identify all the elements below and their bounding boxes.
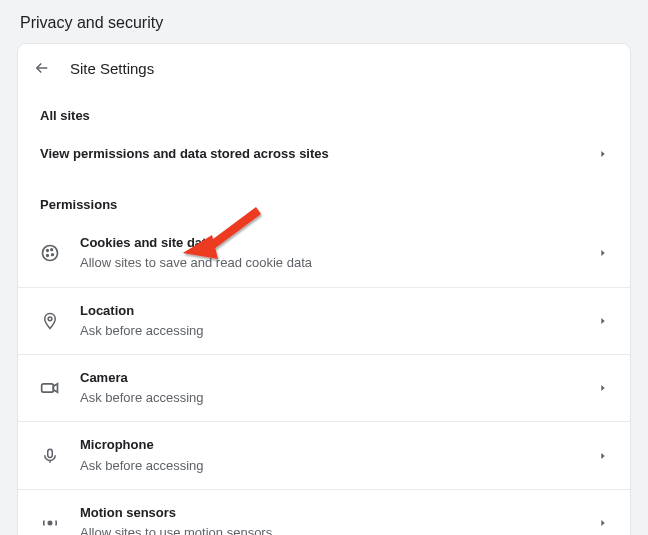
chevron-right-icon (598, 383, 608, 393)
location-icon (40, 311, 60, 331)
camera-icon (40, 378, 60, 398)
card-header: Site Settings (18, 44, 630, 92)
svg-point-8 (48, 521, 51, 524)
permission-title: Cookies and site data (80, 234, 598, 252)
permission-row-location[interactable]: Location Ask before accessing (18, 287, 630, 354)
permission-title: Location (80, 302, 598, 320)
arrow-left-icon (33, 59, 51, 77)
card-subtitle: Site Settings (70, 60, 154, 77)
section-permissions-label: Permissions (18, 177, 630, 220)
chevron-right-icon (598, 316, 608, 326)
chevron-right-icon (598, 248, 608, 258)
permission-row-cookies[interactable]: Cookies and site data Allow sites to sav… (18, 220, 630, 286)
svg-point-0 (43, 246, 58, 261)
permission-title: Camera (80, 369, 598, 387)
cookie-icon (40, 243, 60, 263)
permission-subtitle: Ask before accessing (80, 457, 598, 475)
svg-point-3 (52, 254, 54, 256)
chevron-right-icon (598, 451, 608, 461)
svg-point-4 (47, 255, 49, 257)
permission-subtitle: Ask before accessing (80, 389, 598, 407)
svg-point-1 (47, 250, 49, 252)
chevron-right-icon (598, 149, 608, 159)
permission-row-motion[interactable]: Motion sensors Allow sites to use motion… (18, 489, 630, 535)
svg-rect-6 (42, 384, 54, 392)
svg-point-5 (48, 317, 52, 321)
chevron-right-icon (598, 518, 608, 528)
view-permissions-row[interactable]: View permissions and data stored across … (18, 131, 630, 177)
permission-title: Motion sensors (80, 504, 598, 522)
svg-point-2 (51, 249, 53, 251)
view-permissions-label: View permissions and data stored across … (40, 145, 598, 163)
permission-title: Microphone (80, 436, 598, 454)
settings-card: Site Settings All sites View permissions… (18, 44, 630, 535)
microphone-icon (40, 446, 60, 466)
back-button[interactable] (32, 58, 52, 78)
motion-icon (40, 513, 60, 533)
svg-rect-7 (48, 449, 53, 457)
permission-subtitle: Ask before accessing (80, 322, 598, 340)
permission-subtitle: Allow sites to use motion sensors (80, 524, 598, 535)
permission-row-microphone[interactable]: Microphone Ask before accessing (18, 421, 630, 488)
permission-subtitle: Allow sites to save and read cookie data (80, 254, 598, 272)
section-all-sites-label: All sites (18, 92, 630, 131)
permission-row-camera[interactable]: Camera Ask before accessing (18, 354, 630, 421)
page-title: Privacy and security (0, 0, 648, 44)
